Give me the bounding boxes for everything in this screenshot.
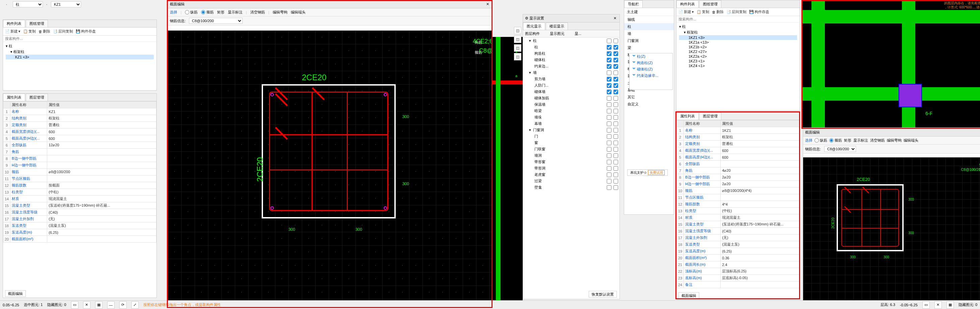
rebar-info-select[interactable]: C8@100/200: [189, 18, 243, 24]
ds-item[interactable]: ▾ 柱: [523, 38, 619, 44]
sb-icon[interactable]: ▭: [71, 301, 78, 309]
search-input[interactable]: [5, 37, 154, 41]
copy-button-r[interactable]: 📋 复制: [697, 10, 709, 14]
ds-item[interactable]: 窗: [523, 139, 619, 146]
ds-item[interactable]: 柱: [523, 44, 619, 50]
tab-props-r[interactable]: 属性列表: [676, 112, 698, 120]
tree-leaf[interactable]: 1KZ1a <13>: [679, 40, 797, 45]
component-select[interactable]: KZ1: [51, 2, 81, 7]
ds-item[interactable]: 剪力墙: [523, 76, 619, 82]
ds-item[interactable]: 老虎窗: [523, 171, 619, 178]
ds-item[interactable]: ▾ 墙: [523, 69, 619, 76]
filter-col-z[interactable]: 柱(Z): [630, 53, 673, 60]
show-label-tool[interactable]: 显示标注: [228, 10, 243, 15]
ds-item[interactable]: 带形洞: [523, 165, 619, 171]
tab-props[interactable]: 属性列表: [3, 94, 25, 101]
new-button-r[interactable]: 📄 新建 ▾: [678, 10, 694, 14]
section-edit-button[interactable]: 截面编辑: [5, 290, 26, 297]
copy-button[interactable]: 📋 复制: [23, 29, 36, 34]
ds-item[interactable]: 砌体柱: [523, 57, 619, 63]
ds-item[interactable]: ▾ 门窗洞: [523, 127, 619, 133]
ds-item[interactable]: 幕墙: [523, 120, 619, 127]
ds-close-icon[interactable]: ✕: [612, 16, 617, 21]
cube-icon[interactable]: ◫: [514, 44, 521, 52]
category-select[interactable]: 柱: [13, 2, 43, 7]
nav-item[interactable]: 自定义: [624, 101, 674, 108]
dim-w1: 300: [288, 227, 295, 232]
sb-icon[interactable]: ✕: [83, 301, 91, 309]
ds-item[interactable]: 门: [523, 133, 619, 139]
save-component-button[interactable]: 💾 构件存盘: [76, 29, 96, 34]
ds-item[interactable]: 带形窗: [523, 159, 619, 165]
new-button[interactable]: 📄 新建 ▾: [5, 29, 21, 34]
tree-leaf[interactable]: 1KZ3 <1>: [679, 59, 797, 63]
select-tool-r[interactable]: 选择: [805, 138, 813, 143]
rect-tool[interactable]: 矩形: [217, 10, 224, 15]
delete-button[interactable]: 🗑 删除: [38, 29, 50, 34]
sb-icon[interactable]: —: [107, 301, 115, 309]
section-edit-button-r[interactable]: 截面编辑: [678, 292, 699, 299]
tab-layer-mgmt-r[interactable]: 图层管理: [699, 112, 721, 120]
restore-default-button[interactable]: 恢复默认设置: [589, 291, 617, 298]
radio-zongjin[interactable]: 纵筋: [185, 10, 198, 15]
filter-ysby[interactable]: 约束边缘非...: [630, 72, 673, 79]
ds-item[interactable]: 砌体墙: [523, 88, 619, 95]
ds-item[interactable]: 过梁: [523, 178, 619, 184]
filter-qtz[interactable]: 砌体柱(Z): [630, 66, 673, 72]
cube-icon[interactable]: ◫: [514, 27, 521, 34]
ds-item[interactable]: 保温墙: [523, 101, 619, 108]
search-input-r[interactable]: [678, 17, 798, 21]
ds-item[interactable]: 门联窗: [523, 146, 619, 152]
tab-component-list-r[interactable]: 构件列表: [676, 0, 698, 8]
nav-item[interactable]: 门窗洞: [624, 37, 674, 44]
ds-item[interactable]: 壁龛: [523, 184, 619, 191]
ds-item[interactable]: 构造柱: [523, 50, 619, 57]
tab-component-list[interactable]: 构件列表: [3, 20, 25, 27]
ds-tab-floor[interactable]: 楼层显示: [546, 22, 568, 30]
filter-gzz[interactable]: 构造柱(Z): [630, 60, 673, 66]
nav-item[interactable]: 其它: [624, 94, 674, 101]
sb-icon[interactable]: ▦: [95, 301, 102, 309]
edit-hook[interactable]: 编辑弯钩: [273, 10, 288, 15]
display-tree[interactable]: ▾ 柱 柱 构造柱 砌体柱 约束边... ▾ 墙 剪力墙 人防门... 砌体墙 …: [523, 38, 619, 282]
close-icon[interactable]: ✕: [485, 2, 490, 7]
pit-support-badge[interactable]: 基坑支护☆ 免费试用: [627, 170, 668, 176]
layer-copy-button-r[interactable]: 📑 层间复制: [726, 10, 746, 14]
tree-leaf[interactable]: 1KZ4 <1>: [679, 63, 797, 68]
rebar-info-select-r[interactable]: C8@100/200: [824, 146, 856, 152]
ds-item[interactable]: 约束边...: [523, 63, 619, 69]
clear-rebar[interactable]: 清空钢筋: [250, 10, 265, 15]
radio-gujin[interactable]: 箍筋: [201, 10, 214, 15]
nav-item[interactable]: 梁: [624, 44, 674, 51]
cube-icon[interactable]: ◫: [514, 53, 521, 61]
selected-column-3d[interactable]: [899, 84, 922, 107]
cube-icon[interactable]: ◫: [514, 35, 521, 43]
ds-item[interactable]: 墙洞: [523, 152, 619, 159]
nav-item[interactable]: 轴线: [624, 16, 674, 23]
section-outline[interactable]: [262, 84, 396, 218]
save-component-button-r[interactable]: 💾 构件存盘: [749, 10, 769, 14]
sb-icon[interactable]: ⟳: [119, 301, 127, 309]
select-tool[interactable]: 选择: [170, 10, 177, 15]
ds-item[interactable]: 砌体加筋: [523, 95, 619, 101]
edit-end[interactable]: 编辑端头: [291, 10, 305, 15]
ds-item[interactable]: 人防门...: [523, 82, 619, 88]
sb-icon[interactable]: ⤢: [131, 301, 139, 309]
nav-item[interactable]: 柱: [624, 23, 674, 30]
ds-item[interactable]: 墙垛: [523, 114, 619, 120]
tree-leaf[interactable]: 1KZ2 <27>: [679, 49, 797, 54]
tree-leaf[interactable]: 1KZ1b <2>: [679, 45, 797, 49]
delete-button-r[interactable]: 🗑 删除: [712, 10, 724, 14]
tab-drawing-mgmt[interactable]: 图纸管理: [26, 20, 48, 27]
top-rebar-label: 2CE20: [302, 73, 326, 82]
tree-leaf[interactable]: 1KZ1 <3>: [679, 35, 797, 40]
ds-tab-element[interactable]: 图元显示: [523, 22, 545, 30]
tree-leaf[interactable]: 1KZ2a <2>: [679, 54, 797, 59]
tab-drawing-mgmt-r[interactable]: 图纸管理: [699, 0, 721, 8]
nav-item[interactable]: 墙: [624, 30, 674, 37]
tree-leaf-kz1[interactable]: KZ1 <3>: [6, 55, 154, 59]
tab-layer-mgmt[interactable]: 图层管理: [26, 94, 48, 101]
layer-copy-button[interactable]: 📑 层间复制: [53, 29, 73, 34]
ds-item[interactable]: 暗梁: [523, 108, 619, 114]
component-tree[interactable]: ▾ 柱 ▾ 框架柱 KZ1 <3>: [3, 42, 156, 61]
